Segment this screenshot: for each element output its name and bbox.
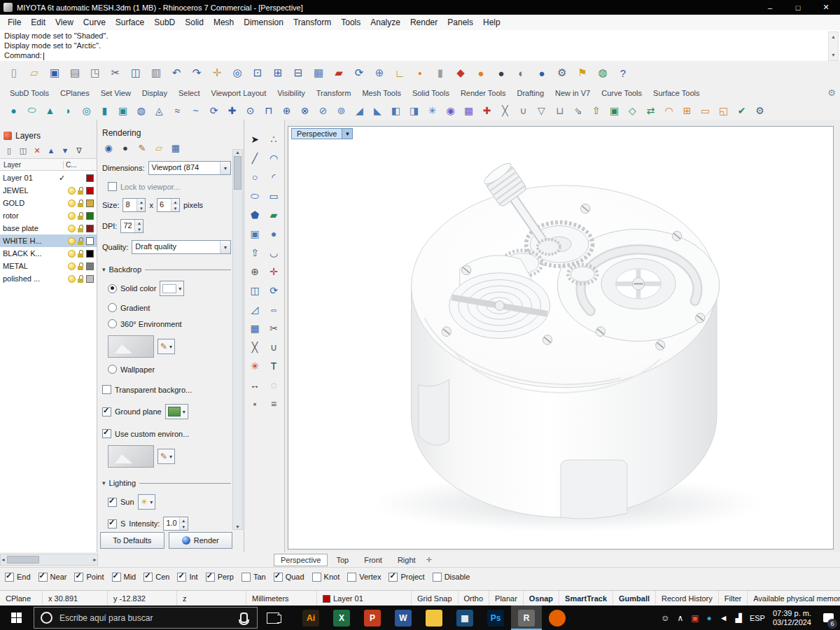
menu-item[interactable]: View xyxy=(50,15,78,29)
mesh-unwrap-icon[interactable]: ◱ xyxy=(715,103,732,118)
osnap-toggle[interactable]: Point xyxy=(74,573,104,582)
layer-visibility-bulb-icon[interactable] xyxy=(68,212,76,220)
cplane-icon[interactable]: ∟ xyxy=(391,64,408,81)
osnap-toggle[interactable]: Quad xyxy=(274,573,304,582)
layer-visibility-bulb-icon[interactable] xyxy=(68,262,76,270)
toolbar-tab[interactable]: Mesh Tools xyxy=(356,87,406,99)
subd-disc-icon[interactable]: ◍ xyxy=(133,103,149,118)
subd-fill-hole-icon[interactable]: ⊙ xyxy=(242,103,258,118)
sun-checkbox[interactable] xyxy=(108,498,117,507)
mesh-inset-icon[interactable]: ▣ xyxy=(606,103,622,118)
toolbar-gear-icon[interactable]: ⚙ xyxy=(827,88,836,98)
network-icon[interactable]: ▟ xyxy=(736,614,742,622)
toolbar-tab[interactable]: SubD Tools xyxy=(4,87,55,99)
environment-radio[interactable] xyxy=(108,319,117,328)
mesh-check-icon[interactable]: ✔ xyxy=(734,103,750,118)
layer-color-swatch[interactable] xyxy=(86,174,94,182)
mesh-reduce-icon[interactable]: ▽ xyxy=(533,103,550,118)
status-cell[interactable]: SmartTrack xyxy=(559,591,613,606)
mesh-repair-icon[interactable]: ✚ xyxy=(479,103,495,118)
text-tool-icon[interactable]: T xyxy=(265,358,282,374)
layer-lock-icon[interactable] xyxy=(78,187,84,195)
status-cell[interactable]: Layer 01 xyxy=(317,591,412,606)
new-sublayer-icon[interactable]: ◫ xyxy=(18,145,29,156)
taskbar-clock[interactable]: 07:39 p. m. 03/12/2024 xyxy=(773,609,811,627)
app-rhino[interactable]: R xyxy=(511,606,542,630)
layer-lock-icon[interactable] xyxy=(78,237,84,245)
circle-tool-icon[interactable]: ○ xyxy=(246,169,263,186)
dimension-tool-icon[interactable]: ↔ xyxy=(246,377,263,393)
save-icon[interactable]: ▣ xyxy=(46,64,63,81)
rendering-panel-scrollbar[interactable]: ▲ ▼ xyxy=(232,149,243,530)
render-circle-icon[interactable]: ◉ xyxy=(102,141,115,154)
layer-row[interactable]: rotor ✓ xyxy=(0,209,97,222)
status-cell[interactable]: z xyxy=(177,591,246,606)
osnap-toggle[interactable]: Cen xyxy=(144,573,169,582)
app-illustrator[interactable]: Ai xyxy=(295,606,326,630)
app-powerpoint[interactable]: P xyxy=(357,606,388,630)
subd-stitch-icon[interactable]: ⊗ xyxy=(297,103,313,118)
spin-up-icon[interactable]: ▲ xyxy=(135,220,143,226)
status-cell[interactable]: Gumball xyxy=(613,591,656,606)
subd-from-mesh-icon[interactable]: ◬ xyxy=(151,103,167,118)
layer-visibility-bulb-icon[interactable] xyxy=(68,250,76,258)
language-indicator[interactable]: ESP xyxy=(750,614,765,622)
new-layer-icon[interactable]: ▯ xyxy=(4,145,15,156)
subd-insert-edge-icon[interactable]: ⊘ xyxy=(315,103,331,118)
delete-layer-icon[interactable]: ✕ xyxy=(31,145,43,156)
status-cell[interactable]: Filter xyxy=(719,591,748,606)
ground-plane-checkbox[interactable] xyxy=(102,407,111,416)
subd-bridge-icon[interactable]: ⊓ xyxy=(260,103,276,118)
layer-visibility-bulb-icon[interactable] xyxy=(68,237,76,245)
toolbar-tab[interactable]: Drafting xyxy=(512,87,550,99)
mesh-extrude-icon[interactable]: ⇧ xyxy=(588,103,604,118)
gradient-radio[interactable] xyxy=(108,303,117,312)
column-layer[interactable]: Layer xyxy=(4,161,63,169)
layer-color-swatch[interactable] xyxy=(86,275,94,283)
osnap-toggle[interactable]: Tan xyxy=(241,573,266,582)
layer-row[interactable]: METAL ✓ xyxy=(0,260,97,272)
split-tool-icon[interactable]: ╳ xyxy=(246,339,263,356)
skylight-checkbox[interactable] xyxy=(108,519,117,528)
mesh-boolean-icon[interactable]: ⊔ xyxy=(552,103,568,118)
rotate-tool-icon[interactable]: ⟳ xyxy=(265,282,282,299)
osnap-toggle[interactable]: Vertex xyxy=(347,573,381,582)
array-tool-icon[interactable]: ▦ xyxy=(246,320,263,337)
toolbar-tab[interactable]: Visibility xyxy=(272,87,311,99)
menu-item[interactable]: Panels xyxy=(442,15,478,29)
size-width-stepper[interactable]: 8▲▼ xyxy=(122,198,146,212)
toolbar-tab[interactable]: Curve Tools xyxy=(596,87,648,99)
scroll-up-icon[interactable]: ▲ xyxy=(831,32,836,42)
sun-settings-button[interactable]: ☀▾ xyxy=(138,494,156,510)
hide-tool-icon[interactable]: ◌ xyxy=(265,377,282,393)
command-scrollbar[interactable]: ▲▼ xyxy=(828,31,839,61)
spin-down-icon[interactable]: ▼ xyxy=(172,205,179,211)
status-cell[interactable]: Ortho xyxy=(458,591,490,606)
sphere-blue-icon[interactable]: ● xyxy=(533,64,550,81)
viewport-tab[interactable]: Front xyxy=(357,554,389,566)
subd-insert-point-icon[interactable]: ⊚ xyxy=(333,103,349,118)
mesh-offset-icon[interactable]: ⇘ xyxy=(570,103,586,118)
osnap-toggle[interactable]: Disable xyxy=(433,573,470,582)
layer-row[interactable]: polished ... ✓ xyxy=(0,272,97,285)
toolbar-tab[interactable]: Display xyxy=(136,87,173,99)
scroll-down-icon[interactable]: ▼ xyxy=(235,524,240,529)
toolbar-tab[interactable]: Render Tools xyxy=(455,87,512,99)
layer-row[interactable]: base plate ✓ xyxy=(0,222,97,234)
layers-panel-header[interactable]: Layers xyxy=(0,129,97,143)
osnap-toggle[interactable]: Knot xyxy=(312,573,340,582)
taskbar-search[interactable] xyxy=(34,607,258,629)
task-view-button[interactable] xyxy=(258,606,288,630)
people-icon[interactable]: ☺ xyxy=(661,614,669,622)
to-defaults-button[interactable]: To Defaults xyxy=(100,532,164,549)
mesh-weld-icon[interactable]: ∪ xyxy=(515,103,531,118)
layer-lock-icon[interactable] xyxy=(78,262,84,270)
mesh-subdivide-icon[interactable]: ⊞ xyxy=(679,103,695,118)
viewport-tab[interactable]: Right xyxy=(391,554,423,566)
app-word[interactable]: W xyxy=(388,606,419,630)
scroll-left-icon[interactable]: ◄ xyxy=(1,557,6,562)
menu-item[interactable]: Render xyxy=(405,15,442,29)
sphere-tool-icon[interactable]: ● xyxy=(265,225,282,242)
mesh-smooth-icon[interactable]: ◠ xyxy=(661,103,677,118)
menu-item[interactable]: SubD xyxy=(149,15,180,29)
